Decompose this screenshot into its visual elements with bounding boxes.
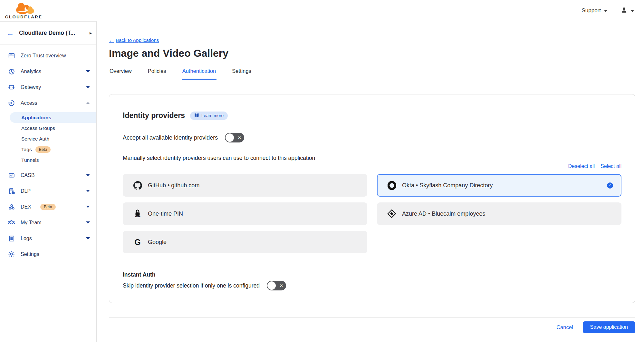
sidebar-subitem-label: Tags	[21, 147, 32, 152]
beta-badge: Beta	[35, 146, 51, 153]
one-time-pin-icon: ****	[133, 209, 142, 219]
sidebar-item-label: Access	[21, 100, 37, 106]
provider-label: Google	[148, 239, 167, 246]
back-to-applications-link[interactable]: ← Back to Applications	[109, 37, 159, 43]
sidebar-item-logs[interactable]: Logs	[0, 230, 96, 246]
back-link-label: Back to Applications	[116, 37, 159, 43]
learn-more-label: Learn more	[201, 113, 224, 118]
cloudflare-wordmark: CLOUDFLARE	[5, 15, 43, 19]
provider-card-google[interactable]: GGoogle	[123, 231, 367, 253]
sidebar-item-dex[interactable]: DEXBeta	[0, 199, 96, 215]
topbar: CLOUDFLARE Support	[0, 0, 644, 21]
toggle-knob	[226, 133, 234, 142]
sidebar-item-settings[interactable]: Settings	[0, 246, 96, 262]
tab-overview[interactable]: Overview	[109, 68, 132, 80]
sidebar-item-label: DEX	[21, 204, 31, 210]
provider-label: One-time PIN	[148, 210, 183, 217]
save-application-button[interactable]: Save application	[583, 321, 635, 333]
provider-grid: GitHub • github.comOkta • Skyflash Compa…	[123, 174, 621, 253]
beta-badge: Beta	[40, 204, 56, 210]
accept-all-label: Accept all available identity providers	[123, 134, 218, 141]
provider-card-github[interactable]: GitHub • github.com	[123, 174, 367, 197]
sidebar-item-service-auth[interactable]: Service Auth	[0, 133, 96, 144]
learn-more-button[interactable]: Learn more	[190, 112, 228, 120]
sidebar-nav: Zero Trust overviewAnalyticsGatewayAcces…	[0, 44, 96, 262]
footer-divider	[109, 317, 635, 318]
sidebar-item-analytics[interactable]: Analytics	[0, 64, 96, 79]
provider-card-okta[interactable]: Okta • Skyflash Company Directory✓	[377, 174, 621, 197]
identity-providers-card: Identity providers Learn more Accept all…	[109, 94, 635, 303]
cancel-button[interactable]: Cancel	[556, 324, 573, 330]
sidebar-collapse-chevron-icon[interactable]: ▸	[90, 30, 92, 35]
toggle-off-x-icon: ✕	[238, 135, 241, 140]
sidebar-account-header: ← Cloudflare Demo (T... ▸	[0, 22, 96, 44]
sidebar-item-dlp[interactable]: DLP	[0, 183, 96, 199]
select-all-link[interactable]: Select all	[601, 163, 621, 169]
okta-icon	[387, 181, 397, 190]
back-arrow-icon[interactable]: ←	[6, 29, 14, 37]
sidebar-item-label: Analytics	[21, 69, 41, 74]
people-icon	[8, 219, 15, 226]
account-name: Cloudflare Demo (T...	[19, 30, 84, 36]
pie-chart-icon	[8, 68, 15, 75]
provider-label: Okta • Skyflash Company Directory	[402, 182, 493, 189]
network-nodes-icon	[8, 203, 15, 210]
sidebar-item-label: CASB	[21, 172, 35, 178]
login-arrow-icon	[8, 99, 15, 107]
svg-text:****: ****	[135, 215, 140, 219]
sidebar-subitem-label: Access Groups	[21, 125, 55, 131]
tab-settings[interactable]: Settings	[231, 68, 252, 80]
instant-auth-heading: Instant Auth	[123, 271, 621, 278]
chevron-down-icon	[86, 206, 90, 208]
chevron-down-icon	[604, 10, 608, 12]
instant-auth-label: Skip identity provider selection if only…	[123, 282, 260, 289]
book-icon	[194, 113, 199, 118]
accept-all-toggle[interactable]: ✕	[225, 133, 244, 142]
provider-card-one-time-pin[interactable]: ****One-time PIN	[123, 202, 367, 225]
identity-providers-heading: Identity providers	[123, 111, 185, 120]
instant-auth-toggle[interactable]: ✕	[267, 281, 286, 290]
support-label: Support	[582, 7, 601, 14]
tab-bar: OverviewPoliciesAuthenticationSettings	[109, 68, 635, 79]
tab-policies[interactable]: Policies	[147, 68, 167, 80]
user-avatar-icon	[620, 6, 628, 15]
sidebar-item-access[interactable]: Access	[0, 95, 96, 111]
user-menu[interactable]	[620, 6, 634, 15]
gear-icon	[8, 250, 15, 258]
sidebar-item-tunnels[interactable]: Tunnels	[0, 155, 96, 165]
back-arrow-icon: ←	[109, 37, 114, 43]
cloudflare-logo[interactable]: CLOUDFLARE	[5, 2, 43, 19]
cloudflare-cloud-icon	[12, 2, 36, 15]
sidebar-item-my-team[interactable]: My Team	[0, 215, 96, 230]
chevron-down-icon	[86, 174, 90, 176]
log-list-icon	[8, 235, 15, 242]
azure-ad-icon	[387, 209, 397, 218]
chevron-down-icon	[86, 70, 90, 73]
sidebar-item-zero-trust-overview[interactable]: Zero Trust overview	[0, 48, 96, 64]
chevron-up-icon	[86, 102, 90, 104]
sidebar-item-label: Zero Trust overview	[21, 53, 66, 59]
provider-card-azure-ad[interactable]: Azure AD • Bluecalm employees	[377, 202, 621, 225]
chevron-down-icon	[86, 237, 90, 239]
github-icon	[133, 181, 142, 190]
sidebar-item-casb[interactable]: CASB	[0, 167, 96, 183]
chevron-down-icon	[86, 221, 90, 224]
sidebar-item-gateway[interactable]: Gateway	[0, 79, 96, 95]
sidebar-item-tags[interactable]: TagsBeta	[0, 144, 96, 155]
tab-authentication[interactable]: Authentication	[182, 68, 217, 80]
chevron-down-icon	[630, 10, 634, 12]
gateway-icon	[8, 83, 15, 91]
support-menu[interactable]: Support	[582, 7, 608, 14]
deselect-all-link[interactable]: Deselect all	[568, 163, 595, 169]
check-icon: ✓	[607, 182, 613, 189]
toggle-knob	[267, 281, 276, 290]
manual-select-text: Manually select identity providers users…	[123, 155, 621, 161]
chevron-down-icon	[86, 86, 90, 88]
sidebar-item-access-groups[interactable]: Access Groups	[0, 123, 96, 133]
chevron-down-icon	[86, 190, 90, 192]
sidebar-item-label: Gateway	[21, 84, 41, 90]
sidebar-item-applications[interactable]: Applications	[10, 112, 96, 123]
sidebar: ← Cloudflare Demo (T... ▸ Zero Trust ove…	[0, 21, 97, 342]
sidebar-item-label: Settings	[21, 251, 39, 257]
provider-label: Azure AD • Bluecalm employees	[402, 210, 485, 217]
